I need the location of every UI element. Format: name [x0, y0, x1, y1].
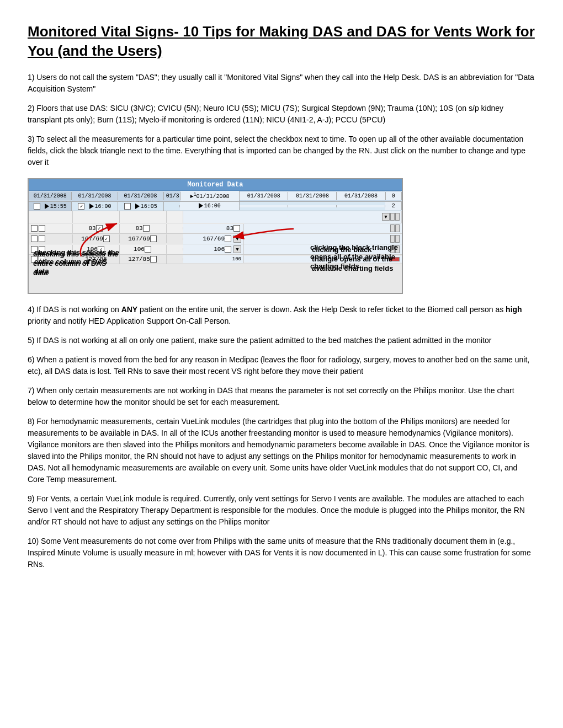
- das-scroll-btn[interactable]: [390, 213, 395, 221]
- das-date-cell-0: 01/31/2008: [29, 192, 72, 200]
- das-time-cell-4: 16:00: [180, 202, 240, 210]
- das-date-cell-4: ►101/31/2008: [180, 191, 240, 201]
- paragraph-3: 3) To select all the measurements for a …: [28, 133, 535, 168]
- das-time-cell-8: 2: [385, 202, 402, 210]
- paragraph-6: 6) When a patient is moved from the bed …: [28, 354, 535, 377]
- das-time-cell-7: [337, 205, 385, 207]
- das-date-cell-6: 01/31/2008: [288, 192, 337, 200]
- das-time-cell-5: [240, 205, 288, 207]
- das-row2-cell3: [167, 238, 183, 240]
- das-time-cell-6: [288, 205, 337, 207]
- das-scroll-r2-2[interactable]: [395, 235, 400, 243]
- paragraph-2: 2) Floors that use DAS: SICU (3N/C); CVI…: [28, 103, 535, 126]
- das-time-cell-3: [164, 205, 180, 207]
- paragraph-4: 4) If DAS is not working on ANY patient …: [28, 304, 535, 327]
- das-scroll-r1[interactable]: [390, 224, 395, 232]
- das-dropdown-btn[interactable]: ▼: [382, 213, 390, 221]
- page-title: Monitored Vital Signs- 10 Tips for Makin…: [28, 22, 535, 61]
- paragraph-9: 9) For Vents, a certain VueLink module i…: [28, 493, 535, 528]
- das-date-row: 01/31/2008 01/31/2008 01/31/2008 01/3 ►1…: [29, 191, 402, 201]
- das-scroll-r1-2[interactable]: [395, 224, 400, 232]
- paragraph-10: 10) Some Vent measurements do not come o…: [28, 536, 535, 570]
- das-row3-cell3: [167, 248, 183, 250]
- paragraph-5: 5) If DAS is not working at all on only …: [28, 335, 535, 346]
- das-title-bar: Monitored Data: [29, 179, 402, 191]
- das-row4-cell3: [167, 258, 183, 260]
- annotation-left-overlay: checking this selects the entire column …: [33, 250, 119, 278]
- annotation-right-overlay: clicking the black triangle opens all of…: [310, 243, 399, 271]
- paragraph-8: 8) For hemodynamic measurements, certain…: [28, 416, 535, 485]
- das-row1-cell3: [167, 227, 183, 229]
- das-date-cell-1: 01/31/2008: [72, 192, 118, 200]
- das-scroll-btn-2[interactable]: [395, 213, 400, 221]
- paragraph-1: 1) Users do not call the system "DAS"; t…: [28, 72, 535, 95]
- das-date-cell-7: 01/31/2008: [337, 192, 385, 200]
- das-date-cell-2: 01/31/2008: [118, 192, 164, 200]
- das-triangle-4[interactable]: [199, 203, 203, 208]
- red-arrow-right-svg: [205, 221, 305, 265]
- das-screenshot-container: Monitored Data 01/31/2008 01/31/2008 01/…: [28, 178, 403, 294]
- das-date-cell-5: 01/31/2008: [240, 192, 288, 200]
- das-date-cell-8: 0: [386, 192, 402, 200]
- das-scroll-r2[interactable]: [390, 235, 395, 243]
- das-date-cell-3: 01/3: [164, 192, 180, 200]
- paragraph-7: 7) When only certain measurements are no…: [28, 385, 535, 408]
